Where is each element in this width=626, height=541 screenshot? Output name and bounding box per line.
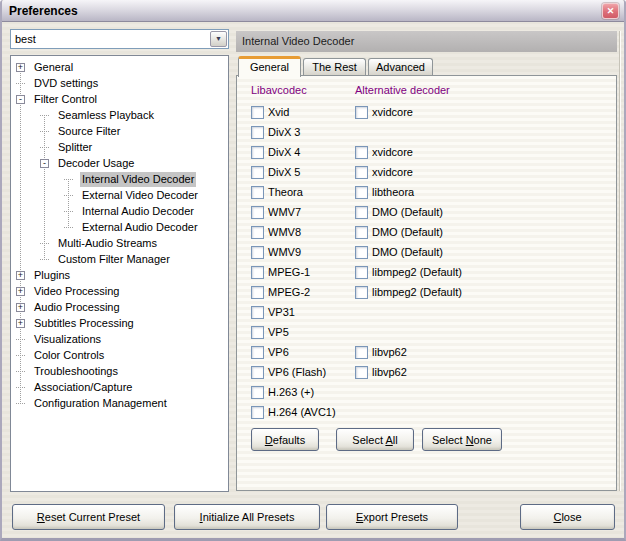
tree-item-label: Audio Processing (32, 300, 122, 315)
checkbox-theora-alt[interactable] (355, 186, 368, 199)
decoder-label: VP5 (268, 326, 289, 338)
close-button[interactable]: Close (520, 504, 615, 530)
expand-plus-icon[interactable]: + (16, 287, 25, 296)
expand-plus-icon[interactable]: + (16, 63, 25, 72)
checkbox-xvid[interactable] (251, 106, 264, 119)
chevron-down-icon[interactable]: ▼ (210, 31, 227, 47)
tree-connector (40, 235, 49, 251)
checkbox-divx-3[interactable] (251, 126, 264, 139)
tree-item-video-processing[interactable]: +Video Processing (11, 283, 228, 299)
checkbox-mpeg-1-alt[interactable] (355, 266, 368, 279)
checkbox-wmv9[interactable] (251, 246, 264, 259)
collapse-minus-icon[interactable]: - (40, 159, 49, 168)
tree-item-plugins[interactable]: +Plugins (11, 267, 228, 283)
checkbox-divx-5[interactable] (251, 166, 264, 179)
tree-item-label: Custom Filter Manager (56, 252, 172, 267)
checkbox-wmv8[interactable] (251, 226, 264, 239)
checkbox-wmv7[interactable] (251, 206, 264, 219)
tree-item-label: General (32, 60, 75, 75)
tree-connector (16, 347, 25, 363)
tab-the-rest[interactable]: The Rest (303, 58, 366, 75)
tree-item-internal-video-decoder[interactable]: Internal Video Decoder (11, 171, 228, 187)
export-presets-button[interactable]: Export Presets (326, 504, 458, 530)
alt-decoder-label: libmpeg2 (Default) (372, 266, 462, 278)
expand-plus-icon[interactable]: + (16, 271, 25, 280)
initialize-all-presets-button[interactable]: Initialize All Presets (174, 504, 320, 530)
checkbox-divx-4[interactable] (251, 146, 264, 159)
libavcodec-cell: DivX 3 (251, 126, 355, 139)
libavcodec-cell: WMV9 (251, 246, 355, 259)
decoder-row: H.264 (AVC1) (251, 402, 608, 422)
tree-item-general[interactable]: +General (11, 59, 228, 75)
tree-item-label: External Video Decoder (80, 188, 200, 203)
checkbox-mpeg-1[interactable] (251, 266, 264, 279)
tree-item-troubleshootings[interactable]: Troubleshootings (11, 363, 228, 379)
alt-decoder-label: DMO (Default) (372, 226, 443, 238)
checkbox-mpeg-2-alt[interactable] (355, 286, 368, 299)
checkbox-vp6[interactable] (251, 346, 264, 359)
tree-connector (40, 123, 49, 139)
checkbox-wmv8-alt[interactable] (355, 226, 368, 239)
tree-item-subtitles-processing[interactable]: +Subtitles Processing (11, 315, 228, 331)
tab-advanced[interactable]: Advanced (368, 58, 433, 75)
defaults-button[interactable]: Defaults (251, 428, 319, 451)
alternative-decoder-cell: libvp62 (355, 346, 407, 359)
tree-item-custom-filter-manager[interactable]: Custom Filter Manager (11, 251, 228, 267)
checkbox-wmv7-alt[interactable] (355, 206, 368, 219)
checkbox-divx-5-alt[interactable] (355, 166, 368, 179)
tree-connector (40, 107, 49, 123)
expand-plus-icon[interactable]: + (16, 319, 25, 328)
libavcodec-cell: H.264 (AVC1) (251, 406, 355, 419)
tree-item-filter-control[interactable]: -Filter Control (11, 91, 228, 107)
libavcodec-cell: VP6 (Flash) (251, 366, 355, 379)
select-none-button[interactable]: Select None (422, 428, 502, 451)
tab-general[interactable]: General (238, 56, 301, 77)
tree-item-audio-processing[interactable]: +Audio Processing (11, 299, 228, 315)
select-all-button[interactable]: Select All (336, 428, 414, 451)
tree-item-dvd-settings[interactable]: DVD settings (11, 75, 228, 91)
button-label: lose (561, 511, 581, 523)
tree-item-splitter[interactable]: Splitter (11, 139, 228, 155)
checkbox-vp5[interactable] (251, 326, 264, 339)
tree-item-color-controls[interactable]: Color Controls (11, 347, 228, 363)
libavcodec-cell: MPEG-1 (251, 266, 355, 279)
tree-item-configuration-management[interactable]: Configuration Management (11, 395, 228, 411)
checkbox-divx-4-alt[interactable] (355, 146, 368, 159)
libavcodec-cell: VP31 (251, 306, 355, 319)
tree-item-label: Plugins (32, 268, 72, 283)
checkbox-h-263[interactable] (251, 386, 264, 399)
checkbox-wmv9-alt[interactable] (355, 246, 368, 259)
preferences-tree: +GeneralDVD settings-Filter ControlSeaml… (10, 55, 229, 492)
libavcodec-cell: VP6 (251, 346, 355, 359)
tree-item-seamless-playback[interactable]: Seamless Playback (11, 107, 228, 123)
alt-decoder-label: libvp62 (372, 346, 407, 358)
tree-item-internal-audio-decoder[interactable]: Internal Audio Decoder (11, 203, 228, 219)
checkbox-mpeg-2[interactable] (251, 286, 264, 299)
tree-item-association-capture[interactable]: Association/Capture (11, 379, 228, 395)
checkbox-vp6-alt[interactable] (355, 346, 368, 359)
tree-item-multi-audio-streams[interactable]: Multi-Audio Streams (11, 235, 228, 251)
collapse-minus-icon[interactable]: - (16, 95, 25, 104)
checkbox-vp6-flash-alt[interactable] (355, 366, 368, 379)
checkbox-vp6-flash[interactable] (251, 366, 264, 379)
tree-item-decoder-usage[interactable]: -Decoder Usage (11, 155, 228, 171)
button-label: N (466, 434, 474, 446)
alternative-decoder-cell: DMO (Default) (355, 206, 443, 219)
reset-current-preset-button[interactable]: Reset Current Preset (12, 504, 165, 530)
tree-item-source-filter[interactable]: Source Filter (11, 123, 228, 139)
decoder-row: VP5 (251, 322, 608, 342)
expand-plus-icon[interactable]: + (16, 303, 25, 312)
checkbox-vp31[interactable] (251, 306, 264, 319)
checkbox-h-264-avc1[interactable] (251, 406, 264, 419)
tree-item-visualizations[interactable]: Visualizations (11, 331, 228, 347)
checkbox-theora[interactable] (251, 186, 264, 199)
tree-item-external-video-decoder[interactable]: External Video Decoder (11, 187, 228, 203)
close-icon[interactable]: ✕ (602, 3, 619, 19)
window-title: Preferences (9, 4, 602, 18)
decoder-label: H.263 (+) (268, 386, 314, 398)
preset-combobox[interactable]: best ▼ (10, 29, 229, 49)
tree-item-external-audio-decoder[interactable]: External Audio Decoder (11, 219, 228, 235)
alternative-decoder-cell: xvidcore (355, 106, 413, 119)
checkbox-xvid-alt[interactable] (355, 106, 368, 119)
decoder-label: DivX 3 (268, 126, 300, 138)
